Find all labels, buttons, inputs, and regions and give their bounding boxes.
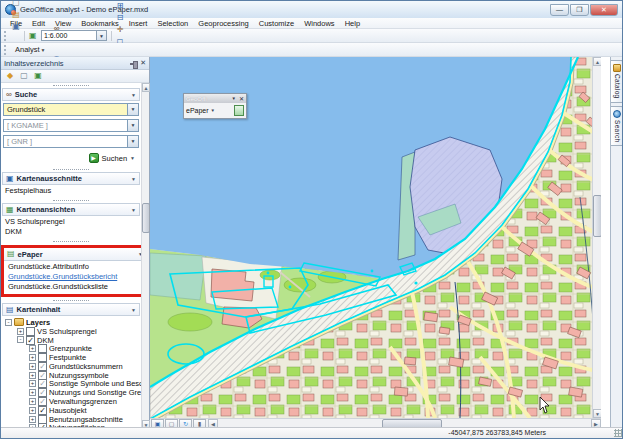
collapse-icon[interactable]: ▼: [131, 176, 136, 182]
section-header-epaper[interactable]: ▤ ePaper ▼: [4, 248, 141, 261]
layer-checkbox[interactable]: ✓: [38, 379, 47, 388]
menu-customize[interactable]: Customize: [254, 18, 299, 29]
toolbar-grip[interactable]: [4, 45, 7, 55]
expander-icon[interactable]: +: [29, 389, 36, 396]
document-icon[interactable]: ▢: [18, 70, 30, 82]
layer-row[interactable]: +✓Hausobjekt: [1, 406, 141, 415]
add-data-diamond-icon[interactable]: ◆: [4, 70, 16, 82]
collapse-icon[interactable]: ▼: [131, 307, 136, 313]
layer-checkbox[interactable]: ✓: [26, 336, 35, 345]
section-header-suche[interactable]: ∞ Suche ▼: [2, 88, 140, 101]
menu-edit[interactable]: Edit: [27, 18, 50, 29]
fixed-zoom-out-icon[interactable]: ⊟: [114, 12, 126, 24]
resize-grip[interactable]: [614, 429, 622, 437]
open-folder-icon[interactable]: ▤: [10, 9, 22, 21]
new-document-icon[interactable]: ▢: [10, 0, 22, 9]
scroll-up-icon[interactable]: ▲: [593, 57, 601, 66]
map-view-icon[interactable]: ▣: [32, 70, 44, 82]
expander-icon[interactable]: +: [29, 363, 36, 370]
section-header-kartenausschnitte[interactable]: ▣ Kartenausschnitte ▼: [2, 172, 140, 185]
section-header-kartenansichten[interactable]: ▦ Kartenansichten ▼: [2, 203, 140, 216]
dropdown-icon[interactable]: ▼: [128, 103, 139, 116]
close-icon[interactable]: ✕: [239, 95, 244, 102]
expander-icon[interactable]: +: [17, 328, 24, 335]
layer-label[interactable]: Grundstücksnummern: [49, 362, 123, 371]
scroll-down-icon[interactable]: ▼: [593, 409, 601, 418]
expander-icon[interactable]: +: [29, 416, 36, 423]
gnr-combo[interactable]: [ GNR ] ▼: [3, 135, 139, 148]
expander-icon[interactable]: +: [29, 398, 36, 405]
pin-icon[interactable]: [129, 60, 136, 67]
expander-icon[interactable]: -: [17, 336, 24, 343]
layer-row[interactable]: +✓Verwaltungsgrenzen: [1, 397, 141, 406]
scroll-thumb[interactable]: [142, 203, 150, 233]
layer-checkbox[interactable]: [38, 353, 47, 362]
layer-checkbox[interactable]: [26, 327, 35, 336]
map-vertical-scrollbar[interactable]: ▲ ▼: [592, 57, 601, 418]
layer-row[interactable]: +✓Sonstige Symbole und Beschriftung: [1, 380, 141, 389]
pan-hand-icon[interactable]: ✛: [114, 24, 126, 36]
suchen-button[interactable]: Suchen: [102, 154, 127, 163]
scroll-up-icon[interactable]: ▲: [142, 83, 150, 92]
collapse-icon[interactable]: ▼: [138, 251, 141, 257]
fixed-zoom-in-icon[interactable]: ⊞: [114, 0, 126, 12]
toc-title-bar[interactable]: Inhaltsverzeichnis ✕: [1, 57, 149, 70]
kgname-value[interactable]: [ KGNAME ]: [3, 119, 128, 132]
expander-icon[interactable]: +: [29, 407, 36, 414]
layer-checkbox[interactable]: ✓: [38, 371, 47, 380]
binoculars-icon[interactable]: ∞: [51, 23, 63, 35]
map-viewport[interactable]: GeoOffi ▼ ✕ ePaper ▼ ▲ ▼: [150, 57, 601, 418]
layer-row[interactable]: +Grenzpunkte: [1, 344, 141, 353]
epaper-item[interactable]: Grundstücke.Grundstücksbericht: [6, 272, 141, 282]
layer-row[interactable]: +VS Schulsprengel: [1, 327, 141, 336]
kartenansicht-item[interactable]: DKM: [3, 227, 141, 237]
layer-checkbox[interactable]: ✓: [38, 362, 47, 371]
section-header-karteninhalt[interactable]: ▤ Karteninhalt ▼: [2, 303, 140, 316]
close-button[interactable]: ✕: [590, 4, 618, 16]
search-go-icon[interactable]: ▶: [89, 153, 99, 163]
expander-icon[interactable]: +: [29, 380, 36, 387]
tab-catalog[interactable]: Catalog: [611, 60, 623, 103]
expander-icon[interactable]: -: [5, 319, 12, 326]
toc-close-icon[interactable]: ✕: [140, 59, 146, 67]
toolbar-grip[interactable]: [4, 31, 7, 41]
layer-label[interactable]: DKM: [37, 336, 54, 345]
chevron-down-icon[interactable]: ▼: [211, 108, 215, 113]
toc-scrollbar[interactable]: ▲ ▼: [141, 83, 149, 429]
epaper-page-icon[interactable]: [234, 105, 244, 116]
kartenansicht-item[interactable]: VS Schulsprengel: [3, 217, 141, 227]
layer-row[interactable]: +✓Nutzungssymbole: [1, 371, 141, 380]
menu-insert[interactable]: Insert: [124, 18, 153, 29]
analyst-menu-button[interactable]: Analyst▼: [10, 44, 51, 56]
layer-row[interactable]: +Benutzungsabschnitte: [1, 415, 141, 424]
floating-toolbar-titlebar[interactable]: GeoOffi ▼ ✕: [184, 94, 246, 103]
chevron-down-icon[interactable]: ▼: [232, 96, 236, 101]
menu-selection[interactable]: Selection: [152, 18, 193, 29]
layer-row[interactable]: +✓Grundstücksnummern: [1, 362, 141, 371]
layer-checkbox[interactable]: ✓: [38, 397, 47, 406]
layer-label[interactable]: Grenzpunkte: [49, 344, 92, 353]
menu-windows[interactable]: Windows: [299, 18, 339, 29]
search-type-combo[interactable]: Grundstück ▼: [3, 103, 139, 116]
map-scale-combo[interactable]: ▣ 1:6.000 ▼: [29, 30, 107, 41]
layer-label[interactable]: Nutzungssymbole: [49, 371, 109, 380]
epaper-item[interactable]: Grundstücke.Grundstücksliste: [6, 282, 141, 292]
layer-label[interactable]: VS Schulsprengel: [37, 327, 97, 336]
add-feature-alt-icon[interactable]: ✚: [51, 0, 63, 5]
dropdown-icon[interactable]: ▼: [128, 135, 139, 148]
suchen-dropdown-icon[interactable]: ▼: [130, 155, 135, 161]
epaper-menu-button[interactable]: ePaper: [186, 107, 209, 114]
expander-icon[interactable]: +: [29, 372, 36, 379]
layer-row[interactable]: +✓Nutzungs und Sonstige Grenzen: [1, 388, 141, 397]
tab-search[interactable]: Search: [611, 106, 623, 146]
scale-value[interactable]: 1:6.000: [41, 30, 97, 41]
epaper-item[interactable]: Grundstücke.AttributInfo: [6, 262, 141, 272]
layer-row[interactable]: -✓DKM: [1, 336, 141, 345]
layer-row[interactable]: +Festpunkte: [1, 353, 141, 362]
expander-icon[interactable]: +: [29, 345, 36, 352]
layer-label[interactable]: Hausobjekt: [49, 406, 87, 415]
kartenausschnitt-item[interactable]: Festspielhaus: [3, 186, 141, 196]
collapse-icon[interactable]: ▼: [131, 207, 136, 213]
layer-checkbox[interactable]: [38, 415, 47, 424]
layers-root-label[interactable]: Layers: [26, 318, 50, 327]
